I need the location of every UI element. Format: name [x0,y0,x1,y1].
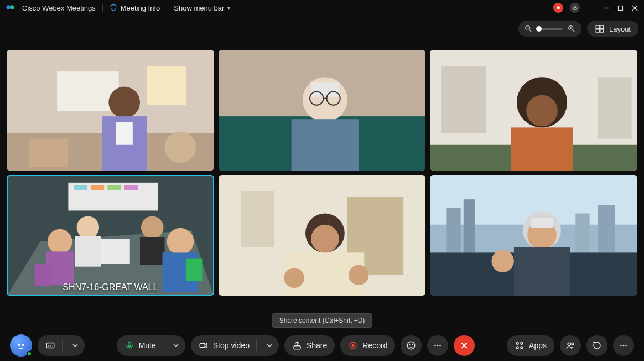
participants-icon [565,341,575,350]
record-icon [348,341,358,350]
video-tile[interactable] [7,50,214,171]
menu-bar-label: Show menu bar [174,4,224,12]
svg-rect-16 [600,25,604,28]
svg-rect-32 [291,119,359,171]
svg-point-68 [349,265,368,285]
zoom-control[interactable] [518,21,581,37]
reactions-button[interactable] [401,335,422,356]
meeting-info-label: Meeting Info [121,4,160,12]
svg-line-9 [529,30,531,32]
more-options-button[interactable] [427,335,448,356]
svg-rect-42 [511,127,573,171]
chat-button[interactable] [586,335,607,356]
chat-icon [592,341,602,350]
svg-rect-26 [29,139,69,167]
svg-point-93 [435,345,437,347]
layout-label: Layout [609,25,631,33]
svg-rect-60 [186,259,202,281]
svg-point-94 [437,345,439,347]
svg-point-55 [141,216,164,239]
minimize-button[interactable] [602,4,610,12]
share-button[interactable]: Share [284,335,335,356]
meeting-info-button[interactable]: Meeting Info [110,4,160,12]
svg-point-67 [284,268,304,288]
share-tooltip: Share content (Ctrl+Shift +D) [272,313,372,328]
svg-point-82 [22,344,24,346]
chevron-down-icon[interactable] [170,343,182,348]
svg-rect-22 [147,66,186,105]
video-tile[interactable]: SHN7-16-GREAT WALL [7,175,214,296]
svg-point-90 [408,342,416,349]
close-button[interactable] [631,4,638,12]
svg-point-104 [620,345,622,347]
lock-indicator[interactable] [570,3,580,13]
svg-point-95 [440,345,442,347]
captions-button[interactable]: CC [38,335,85,356]
svg-point-2 [557,6,560,9]
tile-label: SHN7-16-GREAT WALL [7,282,214,292]
svg-rect-3 [574,8,577,10]
show-menu-bar-button[interactable]: Show menu bar ▾ [174,4,230,12]
chevron-down-icon[interactable] [263,343,276,348]
svg-rect-79 [514,247,570,296]
svg-rect-38 [598,77,632,138]
share-label: Share [307,341,327,350]
svg-text:CC: CC [48,344,53,348]
svg-point-65 [311,225,339,253]
participants-button[interactable] [560,335,581,356]
svg-point-91 [409,344,411,345]
video-tile[interactable] [219,50,426,171]
separator [102,4,103,12]
svg-point-99 [521,342,523,344]
svg-rect-47 [107,185,121,190]
svg-point-0 [7,5,11,9]
svg-point-51 [48,229,72,254]
record-button[interactable]: Record [340,335,395,356]
maximize-button[interactable] [616,4,624,12]
svg-point-92 [412,344,413,345]
svg-rect-5 [618,6,622,10]
svg-point-101 [521,347,523,349]
layout-button[interactable]: Layout [587,21,638,37]
video-grid: SHN7-16-GREAT WALL [7,50,637,296]
video-tile[interactable] [219,175,426,296]
svg-line-12 [573,30,574,32]
apps-label: Apps [529,341,547,350]
assistant-button[interactable] [10,334,32,357]
recording-indicator[interactable] [553,3,563,13]
panel-options-button[interactable] [613,335,634,356]
svg-point-80 [492,250,515,272]
svg-rect-73 [598,205,615,252]
svg-rect-45 [74,185,87,190]
more-icon [619,341,629,350]
webex-logo-icon [6,2,15,14]
apps-icon [515,341,524,350]
svg-point-53 [77,216,100,239]
svg-rect-15 [596,25,599,28]
svg-rect-31 [311,82,339,96]
mute-button[interactable]: Mute [117,335,185,356]
share-icon [292,341,302,350]
shield-icon [110,4,117,12]
svg-point-41 [526,95,558,127]
chevron-down-icon[interactable] [69,343,81,348]
video-tile[interactable] [430,50,637,171]
zoom-in-icon [567,24,576,33]
stop-video-button[interactable]: Stop video [191,335,279,356]
svg-rect-37 [442,66,486,133]
separator [167,4,167,12]
svg-point-1 [10,5,14,9]
stop-video-label: Stop video [213,341,250,350]
cc-icon: CC [45,341,55,350]
record-label: Record [362,341,387,350]
svg-rect-87 [294,346,300,349]
zoom-slider[interactable] [537,28,563,30]
chevron-down-icon: ▾ [227,5,230,11]
camera-icon [199,341,209,350]
svg-point-98 [516,342,518,344]
svg-rect-71 [447,208,461,252]
end-meeting-button[interactable] [454,335,475,356]
svg-point-106 [625,345,627,347]
video-tile[interactable] [430,175,637,296]
apps-button[interactable]: Apps [507,335,554,356]
